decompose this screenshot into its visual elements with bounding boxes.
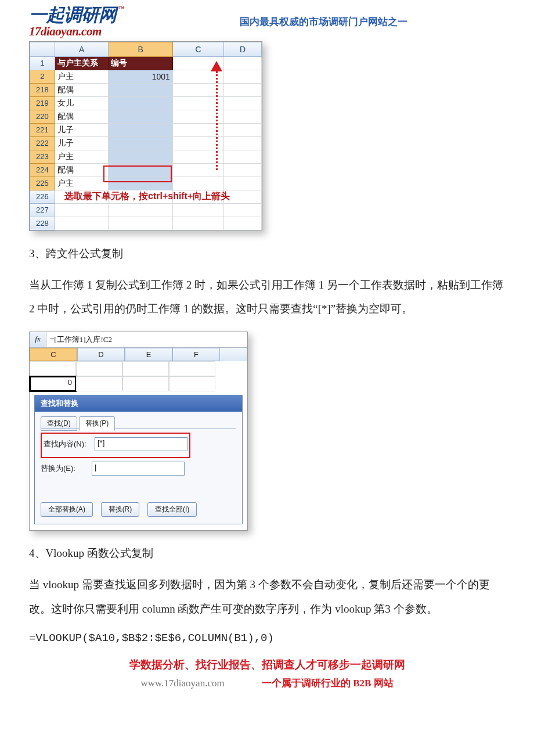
footer-slogan: 一个属于调研行业的 B2B 网站 xyxy=(262,678,394,689)
row-header: 228 xyxy=(30,217,55,230)
cell-relation xyxy=(55,217,109,230)
replace-tab[interactable]: 替换(P) xyxy=(79,416,115,431)
row-header: 223 xyxy=(30,150,55,163)
cell-id xyxy=(109,123,172,136)
col-header-D: D xyxy=(77,348,125,361)
cell-id xyxy=(109,150,172,163)
find-replace-screenshot: fx =[工作簿1]入库!C2 C D E F 0 查找和替换 查找(D) 替换… xyxy=(29,332,248,531)
fx-icon: fx xyxy=(30,332,46,347)
cell-relation: 女儿 xyxy=(55,96,109,110)
replace-button[interactable]: 替换(R) xyxy=(101,502,140,517)
page-header: ™ 一起调研网 17diaoyan.com 国内最具权威的市场调研门户网站之一 xyxy=(29,6,505,38)
active-cell: 0 xyxy=(30,376,76,391)
logo-english: 17diaoyan.com xyxy=(29,25,116,38)
row-header: 2 xyxy=(30,70,55,83)
col-header-D: D xyxy=(224,42,262,56)
col-header-C: C xyxy=(30,348,77,361)
replace-with-label: 替换为(E): xyxy=(41,463,87,474)
section-4-paragraph: 当 vlookup 需要查找返回多列数据时，因为第 3 个参数不会自动变化，复制… xyxy=(29,573,505,621)
footer-url: www.17diaoyan.com xyxy=(140,678,224,689)
row-header: 227 xyxy=(30,203,55,217)
row-header: 1 xyxy=(30,56,55,70)
section-4-heading: 4、Vlookup 函数公式复制 xyxy=(29,546,505,561)
row-header: 222 xyxy=(30,136,55,150)
header-tagline: 国内最具权威的市场调研门户网站之一 xyxy=(142,15,505,28)
row-header: 218 xyxy=(30,83,55,96)
section-3-paragraph: 当从工作簿 1 复制公式到工作簿 2 时，如果公式引用工作簿 1 另一个工作表数… xyxy=(29,273,505,322)
replace-with-input[interactable] xyxy=(92,462,185,476)
cell-id xyxy=(109,177,172,190)
row-header: 220 xyxy=(30,110,55,123)
find-what-input[interactable]: [*] xyxy=(95,437,187,451)
cell-id xyxy=(109,203,172,217)
cell-relation: 配偶 xyxy=(55,83,109,96)
cell-relation: 配偶 xyxy=(55,163,109,177)
cell-id xyxy=(109,217,172,230)
footer-line1: 学数据分析、找行业报告、招调查人才可移步一起调研网 xyxy=(29,655,505,675)
row-header: 225 xyxy=(30,177,55,190)
section-3-heading: 3、跨文件公式复制 xyxy=(29,246,505,261)
cell-relation: 户主 xyxy=(55,177,109,190)
cell-relation xyxy=(55,203,109,217)
arrow-head-icon xyxy=(211,61,222,71)
find-what-label: 查找内容(N): xyxy=(44,439,90,449)
corner-cell xyxy=(30,42,55,56)
cell-id: 1001 xyxy=(109,70,172,83)
logo-trademark: ™ xyxy=(118,6,124,12)
col-header-C: C xyxy=(172,42,223,56)
cell-relation: 配偶 xyxy=(55,110,109,123)
col-header-A: A xyxy=(55,42,109,56)
cell-relation: 户主 xyxy=(55,70,109,83)
vlookup-formula: =VLOOKUP($A10,$B$2:$E$6,COLUMN(B1),0) xyxy=(29,632,505,645)
cell-id xyxy=(109,96,172,110)
cell-id xyxy=(109,136,172,150)
table-header-id: 编号 xyxy=(109,56,172,70)
cell-id xyxy=(109,83,172,96)
formula-bar: =[工作簿1]入库!C2 xyxy=(46,332,247,347)
dialog-title: 查找和替换 xyxy=(35,395,242,412)
row-header: 221 xyxy=(30,123,55,136)
row-header: 224 xyxy=(30,163,55,177)
logo-chinese: 一起调研网 xyxy=(29,6,116,25)
find-replace-dialog: 查找和替换 查找(D) 替换(P) 查找内容(N): [*] 替换为(E): xyxy=(34,395,243,524)
cell-id xyxy=(109,110,172,123)
col-header-F: F xyxy=(172,348,220,361)
replace-all-button[interactable]: 全部替换(A) xyxy=(41,502,93,517)
highlight-find-field: 查找内容(N): [*] xyxy=(41,433,190,458)
page-footer: 学数据分析、找行业报告、招调查人才可移步一起调研网 www.17diaoyan.… xyxy=(29,655,505,693)
col-header-E: E xyxy=(125,348,172,361)
row-header: 226 xyxy=(30,190,55,203)
cell-relation: 儿子 xyxy=(55,123,109,136)
find-all-button[interactable]: 查找全部(I) xyxy=(147,502,197,517)
excel-range-screenshot: A B C D 1与户主关系编号2户主1001218配偶219女儿220配偶22… xyxy=(29,41,262,231)
cell-id xyxy=(109,163,172,177)
col-header-B: B xyxy=(109,42,172,56)
site-logo: ™ 一起调研网 17diaoyan.com xyxy=(29,6,124,38)
row-header: 219 xyxy=(30,96,55,110)
table-header-relation: 与户主关系 xyxy=(55,56,109,70)
cell-relation: 户主 xyxy=(55,150,109,163)
cell-relation: 儿子 xyxy=(55,136,109,150)
red-annotation: 选取最下单元格，按ctrl+shift+向上箭头 xyxy=(64,190,256,203)
